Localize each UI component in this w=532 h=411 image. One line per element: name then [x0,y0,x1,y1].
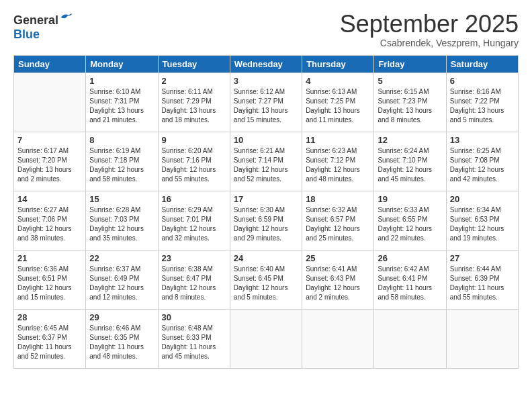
day-info: Sunrise: 6:32 AM Sunset: 6:57 PM Dayligh… [306,205,370,243]
day-info: Sunrise: 6:28 AM Sunset: 7:03 PM Dayligh… [89,205,154,243]
day-number: 23 [162,253,226,263]
calendar-cell [446,309,518,368]
day-info: Sunrise: 6:37 AM Sunset: 6:49 PM Dayligh… [89,265,154,302]
day-info: Sunrise: 6:45 AM Sunset: 6:37 PM Dayligh… [17,324,82,361]
calendar-cell: 9Sunrise: 6:20 AM Sunset: 7:16 PM Daylig… [158,132,230,191]
logo-general-text: General [13,13,58,28]
calendar-cell: 26Sunrise: 6:42 AM Sunset: 6:41 PM Dayli… [374,250,446,309]
calendar-cell: 20Sunrise: 6:34 AM Sunset: 6:53 PM Dayli… [446,191,518,250]
calendar-cell: 23Sunrise: 6:38 AM Sunset: 6:47 PM Dayli… [158,250,230,309]
calendar-cell: 22Sunrise: 6:37 AM Sunset: 6:49 PM Dayli… [86,250,158,309]
calendar-cell [302,309,374,368]
day-info: Sunrise: 6:12 AM Sunset: 7:27 PM Dayligh… [234,87,298,125]
day-number: 30 [162,312,226,322]
calendar-cell [14,73,86,132]
calendar-cell: 5Sunrise: 6:15 AM Sunset: 7:23 PM Daylig… [374,73,446,132]
calendar-week-2: 7Sunrise: 6:17 AM Sunset: 7:20 PM Daylig… [14,132,519,191]
day-info: Sunrise: 6:11 AM Sunset: 7:29 PM Dayligh… [162,87,226,125]
calendar-cell: 29Sunrise: 6:46 AM Sunset: 6:35 PM Dayli… [86,309,158,368]
calendar-header-friday: Friday [374,55,446,73]
title-section: September 2025 Csabrendek, Veszprem, Hun… [340,11,519,48]
day-info: Sunrise: 6:44 AM Sunset: 6:39 PM Dayligh… [450,265,515,302]
location: Csabrendek, Veszprem, Hungary [340,38,519,48]
calendar-cell: 3Sunrise: 6:12 AM Sunset: 7:27 PM Daylig… [230,73,302,132]
day-info: Sunrise: 6:33 AM Sunset: 6:55 PM Dayligh… [378,205,442,243]
day-info: Sunrise: 6:46 AM Sunset: 6:35 PM Dayligh… [89,324,154,361]
day-info: Sunrise: 6:42 AM Sunset: 6:41 PM Dayligh… [378,265,442,302]
day-info: Sunrise: 6:10 AM Sunset: 7:31 PM Dayligh… [89,87,154,125]
day-number: 21 [17,253,82,263]
day-info: Sunrise: 6:19 AM Sunset: 7:18 PM Dayligh… [89,146,154,184]
calendar-header-row: SundayMondayTuesdayWednesdayThursdayFrid… [14,55,519,73]
day-number: 17 [234,194,298,204]
day-number: 18 [306,194,370,204]
day-number: 22 [89,253,154,263]
day-number: 20 [450,194,515,204]
calendar-cell: 10Sunrise: 6:21 AM Sunset: 7:14 PM Dayli… [230,132,302,191]
calendar-cell: 21Sunrise: 6:36 AM Sunset: 6:51 PM Dayli… [14,250,86,309]
day-number: 24 [234,253,298,263]
calendar-header-saturday: Saturday [446,55,518,73]
day-info: Sunrise: 6:25 AM Sunset: 7:08 PM Dayligh… [450,146,515,184]
day-info: Sunrise: 6:38 AM Sunset: 6:47 PM Dayligh… [162,265,226,302]
day-number: 13 [450,135,515,145]
calendar-cell: 15Sunrise: 6:28 AM Sunset: 7:03 PM Dayli… [86,191,158,250]
day-info: Sunrise: 6:21 AM Sunset: 7:14 PM Dayligh… [234,146,298,184]
day-number: 14 [17,194,82,204]
calendar-cell: 30Sunrise: 6:48 AM Sunset: 6:33 PM Dayli… [158,309,230,368]
calendar-header-wednesday: Wednesday [230,55,302,73]
day-info: Sunrise: 6:41 AM Sunset: 6:43 PM Dayligh… [306,265,370,302]
day-number: 1 [89,76,154,86]
day-number: 7 [17,135,82,145]
calendar-header-monday: Monday [86,55,158,73]
calendar-table: SundayMondayTuesdayWednesdayThursdayFrid… [13,55,519,369]
calendar-cell: 12Sunrise: 6:24 AM Sunset: 7:10 PM Dayli… [374,132,446,191]
day-number: 6 [450,76,515,86]
calendar-cell [230,309,302,368]
logo: General Blue [13,11,73,42]
calendar-cell: 25Sunrise: 6:41 AM Sunset: 6:43 PM Dayli… [302,250,374,309]
day-number: 2 [162,76,226,86]
day-number: 26 [378,253,442,263]
page: General Blue September 2025 Csabrendek, … [0,0,532,375]
day-info: Sunrise: 6:13 AM Sunset: 7:25 PM Dayligh… [306,87,370,125]
day-number: 28 [17,312,82,322]
day-number: 29 [89,312,154,322]
calendar-cell: 7Sunrise: 6:17 AM Sunset: 7:20 PM Daylig… [14,132,86,191]
calendar-header-tuesday: Tuesday [158,55,230,73]
calendar-cell: 24Sunrise: 6:40 AM Sunset: 6:45 PM Dayli… [230,250,302,309]
day-info: Sunrise: 6:30 AM Sunset: 6:59 PM Dayligh… [234,205,298,243]
calendar-header-sunday: Sunday [14,55,86,73]
day-number: 5 [378,76,442,86]
day-info: Sunrise: 6:16 AM Sunset: 7:22 PM Dayligh… [450,87,515,125]
day-number: 15 [89,194,154,204]
logo-blue-text: Blue [13,28,40,42]
calendar-week-5: 28Sunrise: 6:45 AM Sunset: 6:37 PM Dayli… [14,309,519,368]
calendar-cell: 6Sunrise: 6:16 AM Sunset: 7:22 PM Daylig… [446,73,518,132]
calendar-cell [374,309,446,368]
day-info: Sunrise: 6:34 AM Sunset: 6:53 PM Dayligh… [450,205,515,243]
calendar-cell: 28Sunrise: 6:45 AM Sunset: 6:37 PM Dayli… [14,309,86,368]
day-info: Sunrise: 6:15 AM Sunset: 7:23 PM Dayligh… [378,87,442,125]
calendar-cell: 16Sunrise: 6:29 AM Sunset: 7:01 PM Dayli… [158,191,230,250]
day-number: 11 [306,135,370,145]
day-number: 8 [89,135,154,145]
day-number: 12 [378,135,442,145]
calendar-cell: 1Sunrise: 6:10 AM Sunset: 7:31 PM Daylig… [86,73,158,132]
day-number: 10 [234,135,298,145]
day-info: Sunrise: 6:24 AM Sunset: 7:10 PM Dayligh… [378,146,442,184]
calendar-cell: 8Sunrise: 6:19 AM Sunset: 7:18 PM Daylig… [86,132,158,191]
day-number: 25 [306,253,370,263]
day-info: Sunrise: 6:29 AM Sunset: 7:01 PM Dayligh… [162,205,226,243]
day-info: Sunrise: 6:36 AM Sunset: 6:51 PM Dayligh… [17,265,82,302]
logo-text: General [13,11,73,28]
day-info: Sunrise: 6:40 AM Sunset: 6:45 PM Dayligh… [234,265,298,302]
day-number: 4 [306,76,370,86]
day-info: Sunrise: 6:27 AM Sunset: 7:06 PM Dayligh… [17,205,82,243]
day-info: Sunrise: 6:17 AM Sunset: 7:20 PM Dayligh… [17,146,82,184]
calendar-week-1: 1Sunrise: 6:10 AM Sunset: 7:31 PM Daylig… [14,73,519,132]
day-info: Sunrise: 6:23 AM Sunset: 7:12 PM Dayligh… [306,146,370,184]
day-info: Sunrise: 6:48 AM Sunset: 6:33 PM Dayligh… [162,324,226,361]
day-number: 9 [162,135,226,145]
calendar-cell: 17Sunrise: 6:30 AM Sunset: 6:59 PM Dayli… [230,191,302,250]
